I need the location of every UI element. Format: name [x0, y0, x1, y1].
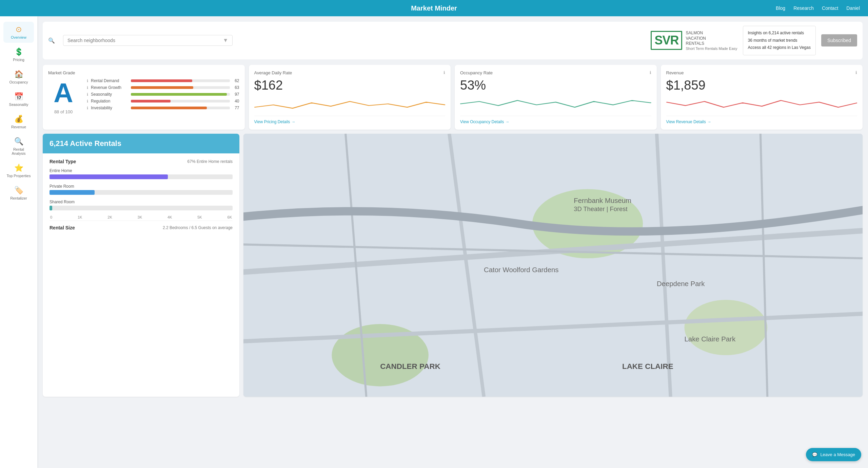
bar-label: Private Room [50, 184, 233, 189]
info-icon: ℹ [87, 92, 88, 97]
rentals-header: 6,214 Active Rentals [43, 134, 239, 153]
nav-research[interactable]: Research [793, 5, 814, 11]
market-grade-inner: A 88 of 100 ℹ Rental Demand 62 ℹ Revenue… [48, 77, 239, 114]
chat-icon: 💬 [812, 452, 817, 457]
svg-text:Deepdene Park: Deepdene Park [657, 280, 705, 287]
rental-type-header: Rental Type 67% Entire Home rentals [50, 159, 233, 164]
sidebar-item-revenue[interactable]: 💰 Revenue [3, 111, 34, 132]
nav-contact[interactable]: Contact [822, 5, 838, 11]
top-properties-icon: ⭐ [14, 164, 23, 172]
sidebar-item-rental-analysis[interactable]: 🔍 Rental Analysis [3, 134, 34, 159]
grade-row-label: Regulation [91, 99, 128, 104]
sidebar-item-pricing[interactable]: 💲 Pricing [3, 44, 34, 65]
rev-info-icon: ℹ [855, 70, 857, 75]
grade-row-value: 40 [233, 99, 239, 104]
search-bar[interactable]: ▼ [63, 35, 233, 46]
grade-row-value: 97 [233, 92, 239, 97]
insights-line1: Insights on 6,214 active rentals [748, 30, 811, 37]
axis-label: 1K [78, 215, 82, 219]
grade-row-label: Rental Demand [91, 78, 128, 83]
top-nav: Market Minder Blog Research Contact Dani… [0, 0, 868, 16]
rental-size-value: 2.2 Bedrooms / 6.5 Guests on average [163, 225, 233, 230]
bar-label: Entire Home [50, 168, 233, 173]
axis-label: 2K [107, 215, 112, 219]
sidebar: ⊙ Overview 💲 Pricing 🏠 Occupancy 📅 Seaso… [0, 16, 37, 468]
grade-bar-track [131, 79, 230, 82]
svr-letters: SVR [654, 33, 678, 47]
rev-title: Revenue ℹ [666, 70, 857, 75]
occ-chart [460, 95, 651, 112]
rev-chart [666, 95, 857, 112]
chat-label: Leave a Message [820, 452, 855, 457]
rental-analysis-icon: 🔍 [14, 137, 23, 146]
insights-box: Insights on 6,214 active rentals 36 mont… [743, 26, 816, 55]
sidebar-item-occupancy[interactable]: 🏠 Occupancy [3, 67, 34, 88]
grade-row-label: Revenue Growth [91, 85, 128, 90]
sidebar-label-pricing: Pricing [13, 58, 24, 62]
bar-track [50, 190, 233, 195]
svr-line3: RENTALS [686, 41, 737, 46]
adr-value: $162 [254, 78, 446, 93]
chat-bubble[interactable]: 💬 Leave a Message [806, 448, 861, 461]
adr-view-link[interactable]: View Pricing Details → [254, 116, 446, 124]
svg-text:Cator Woolford Gardens: Cator Woolford Gardens [484, 266, 558, 274]
sidebar-item-rentalizer[interactable]: 🏷️ Rentalizer [3, 183, 34, 204]
revenue-icon: 💰 [14, 115, 23, 124]
grade-row: ℹ Seasonality 97 [87, 92, 239, 97]
map-svg: Fernbank Museum 3D Theater | Forest Deep… [243, 134, 863, 397]
adr-info-icon: ℹ [443, 70, 445, 75]
svg-point-2 [684, 300, 767, 355]
grade-row: ℹ Rental Demand 62 [87, 78, 239, 83]
rental-type-pct: 67% Entire Home rentals [188, 159, 233, 164]
info-icon: ℹ [87, 99, 88, 104]
rentalizer-icon: 🏷️ [14, 186, 23, 195]
rental-bar-row: Entire Home [50, 168, 233, 179]
grade-row-value: 62 [233, 78, 239, 83]
occ-info-icon: ℹ [650, 70, 651, 75]
cards-row: Market Grade A 88 of 100 ℹ Rental Demand… [43, 65, 863, 130]
grade-row-label: Seasonality [91, 92, 128, 97]
rental-size-row: Rental Size 2.2 Bedrooms / 6.5 Guests on… [50, 221, 233, 230]
info-icon: ℹ [87, 106, 88, 110]
sidebar-label-rental-analysis: Rental Analysis [6, 147, 31, 155]
rental-type-title: Rental Type [50, 159, 76, 164]
avg-daily-rate-card: Average Daily Rate ℹ $162 View Pricing D… [249, 65, 451, 130]
grade-row: ℹ Investability 77 [87, 106, 239, 110]
svg-text:Fernbank Museum: Fernbank Museum [574, 197, 631, 204]
axis-label: 5K [197, 215, 202, 219]
sidebar-item-seasonality[interactable]: 📅 Seasonality [3, 89, 34, 110]
sidebar-item-overview[interactable]: ⊙ Overview [3, 22, 34, 43]
rental-size-title: Rental Size [50, 225, 75, 230]
bars-container: Entire Home Private Room Shared Room [50, 168, 233, 210]
grade-row-value: 77 [233, 106, 239, 110]
bar-fill [50, 190, 95, 195]
sidebar-item-top-properties[interactable]: ⭐ Top Properties [3, 160, 34, 181]
grade-bar-track [131, 107, 230, 109]
grade-letter: A [54, 79, 73, 107]
rentals-body: Rental Type 67% Entire Home rentals Enti… [43, 153, 239, 236]
occ-value: 53% [460, 78, 651, 93]
insights-line2: 36 months of market trends [748, 37, 811, 44]
overview-icon: ⊙ [16, 25, 22, 34]
svg-text:3D Theater | Forest: 3D Theater | Forest [574, 205, 627, 212]
axis-label: 4K [167, 215, 172, 219]
rev-view-link[interactable]: View Revenue Details → [666, 116, 857, 124]
nav-user[interactable]: Daniel [846, 5, 860, 11]
axis-label: 0 [50, 215, 52, 219]
subscribed-button[interactable]: Subscribed [821, 34, 857, 46]
sidebar-label-rentalizer: Rentalizer [10, 196, 27, 200]
occupancy-icon: 🏠 [14, 70, 23, 79]
bottom-row: 6,214 Active Rentals Rental Type 67% Ent… [43, 134, 863, 397]
svr-line2: VACATION [686, 36, 737, 41]
nav-blog[interactable]: Blog [776, 5, 785, 11]
search-input[interactable] [67, 38, 223, 43]
axis-label: 3K [138, 215, 142, 219]
sidebar-label-occupancy: Occupancy [9, 80, 28, 84]
svg-text:CANDLER PARK: CANDLER PARK [380, 362, 440, 371]
info-icon: ℹ [87, 79, 88, 83]
axis-label: 6K [228, 215, 232, 219]
active-rentals-count: 6,214 Active Rentals [50, 139, 121, 148]
adr-title: Average Daily Rate ℹ [254, 70, 446, 75]
svg-text:LAKE CLAIRE: LAKE CLAIRE [622, 362, 673, 371]
occ-view-link[interactable]: View Occupancy Details → [460, 116, 651, 124]
